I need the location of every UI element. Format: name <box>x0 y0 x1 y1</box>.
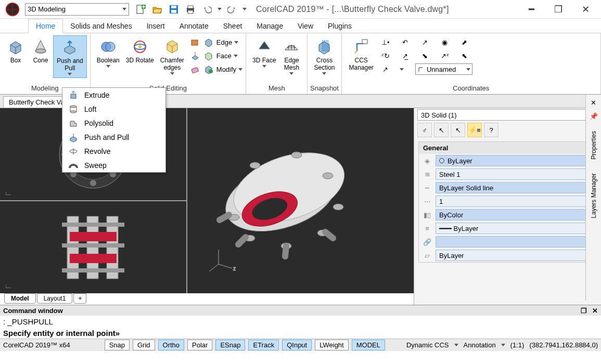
menu-revolve[interactable]: Revolve <box>62 144 165 158</box>
prop-hyperlink[interactable] <box>436 236 593 248</box>
rail-close[interactable]: ✕ <box>588 97 599 108</box>
close-button[interactable]: ✕ <box>580 4 591 15</box>
tab-solids[interactable]: Solids and Meshes <box>63 19 139 33</box>
prop-tool-3[interactable]: ↖ <box>451 123 465 137</box>
tab-sheet[interactable]: Sheet <box>216 19 250 33</box>
tab-home[interactable]: Home <box>28 19 63 33</box>
new-icon[interactable] <box>134 3 147 16</box>
viewport-iso[interactable]: z <box>187 108 414 293</box>
command-line[interactable]: : _PUSHPULL <box>0 316 601 327</box>
face-label[interactable]: Face <box>216 52 232 60</box>
menu-sweep[interactable]: Sweep <box>62 158 165 172</box>
selection-dropdown[interactable]: 3D Solid (1) <box>417 109 598 121</box>
chamfer-button[interactable]: Chamfer edges <box>157 35 187 77</box>
prop-tool-1[interactable]: ♂ <box>417 123 432 137</box>
status-scale[interactable]: (1:1) <box>510 341 525 349</box>
model-tab-add[interactable]: + <box>73 293 86 304</box>
crosssection-button[interactable]: Cross Section <box>311 35 338 77</box>
prop-tool-2[interactable]: ↖ <box>434 123 449 137</box>
edgemesh-button[interactable]: Edge Mesh <box>279 35 304 77</box>
boolean-button[interactable]: Boolean <box>94 35 123 70</box>
tab-annotate[interactable]: Annotate <box>172 19 216 33</box>
edge-label[interactable]: Edge <box>216 38 232 46</box>
3dface-button[interactable]: 3D Face <box>249 35 279 70</box>
svg-rect-20 <box>322 41 328 51</box>
status-ortho[interactable]: Ortho <box>158 340 185 350</box>
undo-dd[interactable] <box>218 8 222 10</box>
print-icon[interactable] <box>184 3 197 16</box>
ccs-save-icon[interactable]: ↗ <box>380 63 391 75</box>
modify-icon[interactable] <box>203 63 214 75</box>
face-icon[interactable] <box>203 50 214 61</box>
ccs-x-icon[interactable]: ᶻ↻ <box>380 50 391 61</box>
ccs-z-icon[interactable]: ⬊ <box>419 50 431 61</box>
status-qinput[interactable]: QInput <box>282 340 312 350</box>
prop-lineweight[interactable]: ━━━ ByLayer <box>436 223 593 234</box>
menu-polysolid[interactable]: Polysolid <box>62 116 165 130</box>
open-icon[interactable] <box>151 3 163 16</box>
save-icon[interactable] <box>168 3 180 16</box>
ccs-origin-icon[interactable]: ⬈ <box>459 36 470 48</box>
status-anno[interactable]: Annotation <box>464 341 496 349</box>
modify-label[interactable]: Modify <box>216 66 236 73</box>
restore-button[interactable]: ❐ <box>553 4 564 15</box>
box-button[interactable]: Box <box>3 35 28 67</box>
ccs-face-icon[interactable]: ↗ <box>419 36 431 48</box>
cone-button[interactable]: Cone <box>28 35 53 67</box>
status-etrack[interactable]: ETrack <box>248 340 279 350</box>
status-snap[interactable]: Snap <box>105 340 130 350</box>
chevron-down-icon <box>234 41 238 44</box>
prop-linetype[interactable]: ByLayer Solid line <box>436 182 593 193</box>
copyedge-icon[interactable] <box>189 36 201 48</box>
ccs-y-icon[interactable]: ↗̲ <box>400 50 411 61</box>
status-polar[interactable]: Polar <box>187 340 212 350</box>
ccs-world-icon[interactable]: ⊥• <box>380 36 391 48</box>
ccs-view-icon[interactable]: ◉ <box>439 36 451 48</box>
cube-icon[interactable] <box>203 36 214 48</box>
ccs-prev-icon[interactable]: ↶ <box>400 36 411 48</box>
workspace-dropdown[interactable]: 3D Modeling <box>25 3 129 16</box>
redo-dd[interactable] <box>242 8 247 10</box>
undo-icon[interactable] <box>201 3 213 16</box>
prop-scale[interactable]: 1 <box>436 196 593 207</box>
status-lweight[interactable]: LWeight <box>315 340 349 350</box>
push-pull-button[interactable]: Push and Pull <box>53 35 87 78</box>
status-esnap[interactable]: ESnap <box>215 340 245 350</box>
prop-layer[interactable]: Steel 1 <box>436 168 593 180</box>
prop-tool-quick[interactable]: ⚡≡ <box>467 123 482 137</box>
menu-extrude[interactable]: Extrude <box>62 88 165 102</box>
status-dccs[interactable]: Dynamic CCS <box>406 341 449 349</box>
rail-properties[interactable]: Properties <box>590 127 597 164</box>
cmd-close[interactable]: ✕ <box>592 307 598 315</box>
status-model[interactable]: MODEL <box>352 340 385 350</box>
tab-manage[interactable]: Manage <box>249 19 290 33</box>
cmd-restore[interactable]: ❐ <box>581 307 587 315</box>
menu-loft[interactable]: Loft <box>62 102 165 116</box>
menu-pushpull[interactable]: Push and Pull <box>62 130 165 144</box>
prop-section-head[interactable]: General▴ <box>419 142 596 154</box>
prop-help[interactable]: ? <box>484 123 498 137</box>
status-grid[interactable]: Grid <box>133 340 155 350</box>
rail-layers[interactable]: Layers Manager <box>590 169 597 223</box>
tab-view[interactable]: View <box>290 19 321 33</box>
ccs-obj-icon[interactable]: ⬉ <box>459 50 470 61</box>
ccs-manager-button[interactable]: CCS Manager <box>346 35 377 76</box>
viewport-front[interactable]: └─ <box>0 201 186 293</box>
tab-insert[interactable]: Insert <box>139 19 172 33</box>
model-tab-model[interactable]: Model <box>4 293 36 304</box>
model-tabs: Model Layout1 + <box>0 293 414 305</box>
model-tab-layout1[interactable]: Layout1 <box>37 293 73 304</box>
prop-color[interactable]: ByLayer <box>436 155 593 166</box>
erase-icon[interactable] <box>189 63 201 75</box>
group-mesh-label: Mesh <box>246 83 307 94</box>
minimize-button[interactable]: ━ <box>526 4 536 15</box>
redo-icon[interactable] <box>226 3 238 16</box>
prop-plotstyle[interactable]: ByColor <box>436 209 593 220</box>
ccs-named-dropdown[interactable]: Unnamed <box>415 63 472 75</box>
extrudeface-icon[interactable] <box>189 50 201 61</box>
prop-transparency[interactable]: ByLayer <box>436 250 593 261</box>
ccs-3p-icon[interactable]: ↗ᶻ <box>439 50 451 61</box>
tab-plugins[interactable]: Plugins <box>321 19 359 33</box>
rotate3d-button[interactable]: 3D Rotate <box>123 35 157 67</box>
rail-pin[interactable]: 📌 <box>588 110 599 122</box>
